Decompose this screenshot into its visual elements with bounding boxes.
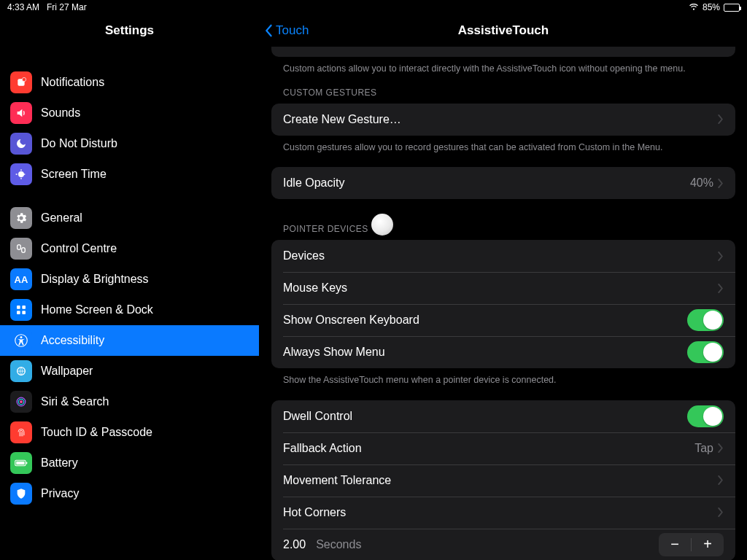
show-onscreen-keyboard-row[interactable]: Show Onscreen Keyboard	[271, 304, 735, 336]
accessibility-icon	[10, 330, 32, 351]
touchid-icon	[10, 421, 32, 443]
sidebar-item-label: Home Screen & Dock	[41, 303, 153, 316]
sidebar-item-control-centre[interactable]: Control Centre	[0, 233, 259, 264]
chevron-left-icon	[264, 24, 273, 37]
custom-gestures-header: CUSTOM GESTURES	[271, 76, 735, 104]
sidebar-item-general[interactable]: General	[0, 203, 259, 233]
svg-rect-6	[17, 311, 20, 314]
sidebar-item-privacy[interactable]: Privacy	[0, 478, 259, 509]
battery-status-icon	[724, 4, 740, 12]
svg-point-1	[22, 77, 26, 81]
sidebar-item-touch-id-passcode[interactable]: Touch ID & Passcode	[0, 417, 259, 448]
sidebar-item-label: Privacy	[41, 487, 79, 500]
sidebar-item-accessibility[interactable]: Accessibility	[0, 325, 259, 356]
movement-label: Movement Tolerance	[283, 474, 391, 487]
custom-gestures-footer: Custom gestures allow you to record gest…	[271, 136, 735, 155]
hot-corners-row[interactable]: Hot Corners	[271, 497, 735, 529]
sidebar-item-display-brightness[interactable]: AADisplay & Brightness	[0, 264, 259, 295]
seconds-value: 2.00	[283, 538, 306, 551]
sidebar-item-notifications[interactable]: Notifications	[0, 67, 259, 98]
mouse-keys-row[interactable]: Mouse Keys	[271, 272, 735, 304]
chevron-right-icon	[718, 284, 724, 293]
svg-rect-4	[17, 306, 20, 309]
notifications-icon	[10, 71, 32, 93]
custom-actions-card-tail	[271, 47, 735, 57]
chevron-right-icon	[718, 443, 724, 453]
fallback-value: Tap	[694, 442, 713, 455]
settings-sidebar: Settings NotificationsSoundsDo Not Distu…	[0, 15, 260, 560]
sidebar-title: Settings	[0, 15, 259, 45]
screentime-icon	[10, 163, 32, 185]
devices-row[interactable]: Devices	[271, 240, 735, 272]
chevron-right-icon	[718, 475, 724, 485]
svg-rect-7	[22, 311, 26, 314]
svg-point-14	[20, 400, 23, 403]
sidebar-item-label: Accessibility	[41, 334, 104, 347]
sidebar-item-label: Siri & Search	[41, 395, 109, 408]
status-date: Fri 27 Mar	[47, 2, 87, 12]
chevron-right-icon	[718, 114, 724, 124]
dwell-seconds-row: 2.00 Seconds − +	[271, 529, 735, 561]
always-show-menu-row[interactable]: Always Show Menu	[271, 336, 735, 368]
seconds-stepper: − +	[659, 533, 724, 556]
sidebar-item-home-screen-dock[interactable]: Home Screen & Dock	[0, 295, 259, 325]
sidebar-item-label: Control Centre	[41, 242, 117, 255]
pointer-devices-header: POINTER DEVICES	[271, 199, 735, 240]
sidebar-item-label: General	[41, 211, 82, 225]
back-button[interactable]: Touch	[260, 23, 309, 38]
sidebar-item-label: Touch ID & Passcode	[41, 426, 152, 439]
sounds-icon	[10, 102, 32, 124]
sidebar-item-siri-search[interactable]: Siri & Search	[0, 386, 259, 417]
create-gesture-label: Create New Gesture…	[283, 113, 401, 126]
control-icon	[10, 238, 32, 260]
battery-pct: 85%	[703, 2, 720, 12]
status-time: 4:33 AM	[7, 2, 39, 12]
chevron-right-icon	[718, 508, 724, 517]
svg-rect-2	[18, 245, 21, 250]
sidebar-item-label: Battery	[41, 456, 78, 470]
stepper-minus-button[interactable]: −	[659, 533, 691, 556]
svg-rect-5	[22, 306, 26, 309]
display-icon: AA	[10, 268, 32, 290]
idle-opacity-label: Idle Opacity	[283, 176, 344, 190]
sidebar-item-do-not-disturb[interactable]: Do Not Disturb	[0, 128, 259, 159]
general-icon	[10, 207, 32, 229]
back-label: Touch	[276, 23, 309, 38]
idle-opacity-row[interactable]: Idle Opacity 40%	[271, 167, 735, 199]
sidebar-item-label: Sounds	[41, 106, 80, 120]
show-keyboard-toggle[interactable]	[687, 309, 724, 331]
battery-icon	[10, 452, 32, 474]
dnd-icon	[10, 133, 32, 155]
show-keyboard-label: Show Onscreen Keyboard	[283, 314, 419, 327]
always-menu-label: Always Show Menu	[283, 346, 385, 359]
mouse-keys-label: Mouse Keys	[283, 281, 347, 295]
dwell-toggle[interactable]	[687, 405, 724, 427]
sidebar-item-wallpaper[interactable]: Wallpaper	[0, 356, 259, 386]
sidebar-item-screen-time[interactable]: Screen Time	[0, 159, 259, 190]
hot-corners-label: Hot Corners	[283, 506, 346, 519]
dwell-label: Dwell Control	[283, 410, 352, 423]
home-icon	[10, 299, 32, 321]
assistivetouch-cursor[interactable]	[371, 214, 393, 236]
create-new-gesture-row[interactable]: Create New Gesture…	[271, 104, 735, 136]
page-title: AssistiveTouch	[260, 23, 747, 38]
always-menu-toggle[interactable]	[687, 341, 724, 363]
pointer-devices-footer: Show the AssistiveTouch menu when a poin…	[271, 368, 735, 387]
svg-rect-16	[16, 462, 24, 465]
privacy-icon	[10, 483, 32, 505]
siri-icon	[10, 391, 32, 413]
sidebar-item-label: Wallpaper	[41, 365, 93, 378]
stepper-plus-button[interactable]: +	[692, 533, 724, 556]
dwell-control-row[interactable]: Dwell Control	[271, 400, 735, 432]
seconds-unit: Seconds	[316, 538, 361, 551]
sidebar-item-battery[interactable]: Battery	[0, 448, 259, 478]
wifi-icon	[689, 4, 699, 11]
sidebar-item-sounds[interactable]: Sounds	[0, 98, 259, 128]
status-bar: 4:33 AM Fri 27 Mar 85%	[0, 0, 747, 15]
movement-tolerance-row[interactable]: Movement Tolerance	[271, 464, 735, 497]
wallpaper-icon	[10, 360, 32, 382]
custom-actions-footer: Custom actions allow you to interact dir…	[271, 57, 735, 76]
idle-opacity-value: 40%	[690, 176, 713, 190]
fallback-action-row[interactable]: Fallback Action Tap	[271, 432, 735, 464]
detail-pane: Touch AssistiveTouch Custom actions allo…	[260, 15, 747, 560]
